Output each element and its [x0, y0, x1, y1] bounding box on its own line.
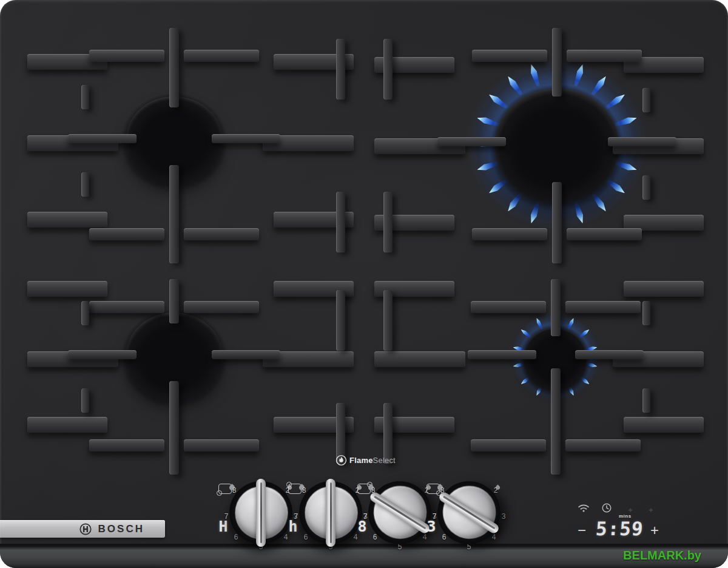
grate-bar: [624, 417, 704, 433]
grate-bar: [81, 388, 89, 413]
grate-bar: [27, 417, 107, 433]
grate-bar: [27, 281, 107, 297]
grate-bar: [383, 192, 393, 252]
knob-unit-back-left: h 8765432: [294, 478, 367, 552]
grate-bar: [565, 439, 641, 451]
flameselect-label-light: Select: [373, 456, 396, 465]
gas-hob-surface: FlameSelect H 8765432 h 8765432 8 876543…: [0, 0, 728, 568]
grate-bar: [184, 228, 259, 240]
grate-bar: [565, 301, 641, 313]
timer-display: 5:59: [595, 518, 642, 539]
grate-bar: [374, 351, 465, 367]
grate-bar: [575, 350, 644, 359]
bosch-wordmark: BOSCH: [98, 523, 144, 535]
grate-bar: [68, 350, 136, 359]
grate-bar: [169, 279, 179, 323]
grate-bar: [184, 50, 259, 62]
grate-bar: [624, 281, 704, 297]
grate-bar: [184, 439, 259, 451]
grate-bar: [551, 279, 561, 336]
grate-bar: [468, 350, 536, 359]
grate-bar: [471, 439, 546, 451]
watermark-text: BELMARK.by: [623, 549, 701, 563]
grate-bar: [472, 50, 547, 62]
grate-bar: [212, 350, 280, 359]
flame-in-circle-icon: [335, 455, 347, 466]
knob-grip[interactable]: [256, 479, 266, 547]
grate-bar: [68, 134, 136, 143]
grate-bar: [336, 192, 345, 252]
grate-bar: [81, 301, 89, 325]
grate-bar: [81, 85, 89, 109]
flame-petal: [571, 63, 588, 87]
grate-bar: [567, 50, 642, 62]
timer-plus-button[interactable]: +: [650, 522, 659, 539]
grate-bar: [608, 137, 676, 146]
gas-control-knob[interactable]: [425, 469, 512, 556]
grate-bar: [169, 381, 179, 475]
grate-bar: [642, 88, 650, 112]
indicator-dot: [217, 490, 222, 496]
grate-bar: [552, 28, 562, 96]
grate-bar: [472, 228, 547, 240]
grate-bar: [437, 137, 506, 146]
grate-bar: [552, 182, 562, 263]
grate-bar: [169, 28, 179, 107]
timer-minus-button[interactable]: −: [578, 522, 586, 539]
grate-bar: [383, 39, 393, 100]
grate-bar: [551, 368, 561, 475]
grate-bar: [642, 388, 650, 413]
knob-unit-front-left: H 8765432: [224, 478, 297, 552]
grate-bar: [567, 228, 642, 240]
grate-bar: [336, 39, 345, 100]
grate-bar: [89, 439, 164, 451]
grate-bar: [89, 50, 164, 62]
timer-control-area: ✦ ✦ − mins 5:59 +: [569, 498, 672, 546]
grate-bar: [471, 301, 546, 313]
bosch-circle-h-icon: [79, 522, 92, 536]
grate-bar: [27, 212, 107, 228]
flameselect-badge: FlameSelect: [335, 455, 396, 466]
grate-bar: [383, 290, 393, 351]
grate-bar: [81, 172, 89, 197]
grate-bar: [184, 301, 259, 313]
grate-bar: [89, 228, 164, 240]
knob-grip[interactable]: [326, 479, 335, 547]
grate-bar: [169, 165, 179, 263]
inactive-function-icon[interactable]: ✦: [648, 506, 654, 515]
flame-petal: [526, 63, 543, 87]
indicator-dot: [286, 482, 292, 487]
knob-unit-back-right: 8 8765432: [363, 478, 436, 552]
bosch-logo-strip: BOSCH: [0, 520, 165, 538]
grate-bar: [642, 301, 650, 325]
clock-icon[interactable]: [601, 502, 612, 513]
grate-bar: [642, 175, 650, 200]
wifi-icon[interactable]: [578, 504, 590, 513]
knob-unit-front-right: 3 8765432: [433, 478, 505, 552]
flameselect-label-bold: Flame: [349, 456, 373, 465]
grate-bar: [336, 290, 345, 351]
grate-bar: [89, 301, 164, 313]
grate-bar: [212, 134, 280, 143]
